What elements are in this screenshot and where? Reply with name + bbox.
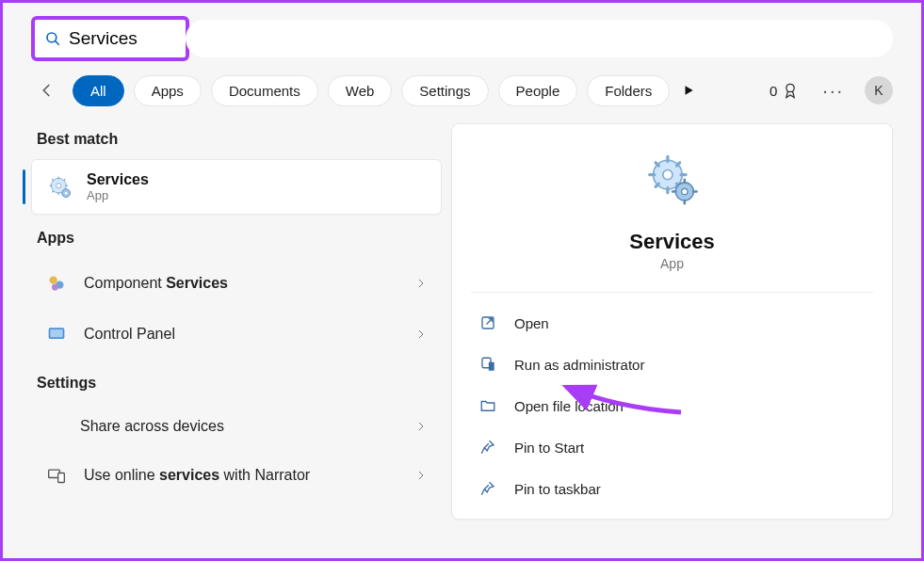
section-settings: Settings bbox=[37, 375, 442, 392]
services-gear-icon-large bbox=[642, 151, 703, 211]
chevron-right-icon bbox=[415, 329, 427, 340]
results-left-column: Best match Services App bbox=[3, 116, 451, 561]
svg-line-12 bbox=[64, 179, 66, 181]
search-bar-extension[interactable] bbox=[186, 20, 893, 57]
action-run-admin[interactable]: Run as administrator bbox=[471, 344, 873, 385]
svg-point-23 bbox=[662, 169, 672, 179]
tab-people[interactable]: People bbox=[498, 75, 578, 106]
open-external-icon bbox=[478, 313, 497, 332]
svg-line-31 bbox=[676, 163, 679, 166]
rewards-indicator[interactable]: 0 bbox=[770, 81, 800, 100]
svg-rect-21 bbox=[58, 473, 65, 483]
svg-point-33 bbox=[681, 188, 687, 194]
chevron-right-icon bbox=[415, 278, 427, 289]
action-label: Open file location bbox=[514, 398, 624, 414]
tab-web[interactable]: Web bbox=[328, 75, 393, 106]
detail-card: Services App Open Run as administra bbox=[451, 123, 893, 520]
action-open[interactable]: Open bbox=[471, 302, 873, 344]
action-label: Pin to Start bbox=[514, 440, 584, 456]
pin-icon bbox=[478, 479, 497, 498]
svg-point-14 bbox=[65, 191, 68, 194]
tab-settings[interactable]: Settings bbox=[401, 75, 488, 106]
action-label: Open bbox=[514, 315, 549, 331]
user-avatar[interactable]: K bbox=[865, 76, 893, 104]
more-options-button[interactable]: ··· bbox=[822, 80, 844, 102]
search-icon bbox=[44, 30, 61, 47]
settings-item-share-devices[interactable]: Share across devices bbox=[31, 403, 442, 450]
pin-icon bbox=[478, 438, 497, 457]
action-pin-start[interactable]: Pin to Start bbox=[471, 426, 873, 468]
svg-point-2 bbox=[786, 84, 794, 91]
app-item-label: Control Panel bbox=[84, 326, 415, 343]
search-row bbox=[3, 3, 921, 69]
more-tabs-button[interactable] bbox=[679, 84, 698, 97]
results-content: Best match Services App bbox=[3, 116, 921, 561]
svg-point-15 bbox=[50, 277, 57, 284]
app-item-label: Component Services bbox=[84, 275, 415, 292]
shield-icon bbox=[478, 355, 497, 374]
svg-line-9 bbox=[52, 179, 54, 181]
svg-point-4 bbox=[57, 183, 61, 187]
control-panel-icon bbox=[46, 324, 67, 345]
svg-rect-19 bbox=[50, 329, 62, 337]
settings-item-label: Share across devices bbox=[80, 418, 415, 435]
svg-point-0 bbox=[47, 33, 57, 42]
folder-icon bbox=[478, 396, 497, 415]
window-frame: All Apps Documents Web Settings People F… bbox=[0, 0, 924, 561]
detail-actions: Open Run as administrator Open file loca… bbox=[452, 293, 892, 519]
services-gear-icon bbox=[47, 174, 73, 200]
svg-line-1 bbox=[56, 41, 59, 45]
tab-all[interactable]: All bbox=[73, 75, 124, 106]
best-match-title: Services bbox=[87, 171, 149, 188]
search-highlight-box bbox=[31, 16, 189, 61]
section-apps: Apps bbox=[37, 230, 442, 247]
svg-line-28 bbox=[656, 163, 658, 166]
svg-point-17 bbox=[52, 284, 58, 291]
devices-icon bbox=[46, 465, 67, 486]
chevron-right-icon bbox=[415, 421, 427, 432]
search-box[interactable] bbox=[35, 20, 186, 57]
settings-item-label: Use online services with Narrator bbox=[84, 467, 415, 484]
app-item-control-panel[interactable]: Control Panel bbox=[31, 309, 442, 360]
detail-title: Services bbox=[452, 230, 892, 254]
chevron-right-icon bbox=[415, 470, 427, 481]
svg-line-11 bbox=[52, 190, 54, 192]
tab-apps[interactable]: Apps bbox=[134, 75, 202, 106]
detail-pane: Services App Open Run as administra bbox=[451, 116, 921, 561]
tab-folders[interactable]: Folders bbox=[587, 75, 670, 106]
tab-documents[interactable]: Documents bbox=[211, 75, 318, 106]
action-label: Pin to taskbar bbox=[514, 481, 601, 497]
filter-tabs-row: All Apps Documents Web Settings People F… bbox=[3, 69, 921, 116]
rewards-count: 0 bbox=[770, 83, 777, 99]
section-best-match: Best match bbox=[37, 131, 442, 148]
settings-item-narrator-services[interactable]: Use online services with Narrator bbox=[31, 450, 442, 501]
back-button[interactable] bbox=[31, 74, 63, 106]
action-label: Run as administrator bbox=[514, 357, 644, 373]
detail-subtitle: App bbox=[452, 256, 892, 271]
svg-line-30 bbox=[656, 184, 658, 186]
component-services-icon bbox=[46, 273, 67, 294]
medal-icon bbox=[781, 81, 800, 100]
search-input[interactable] bbox=[69, 28, 172, 49]
action-pin-taskbar[interactable]: Pin to taskbar bbox=[471, 468, 873, 509]
app-item-component-services[interactable]: Component Services bbox=[31, 258, 442, 309]
search-panel: All Apps Documents Web Settings People F… bbox=[3, 3, 921, 558]
action-open-file-location[interactable]: Open file location bbox=[471, 385, 873, 426]
best-match-subtitle: App bbox=[87, 188, 149, 202]
best-match-card[interactable]: Services App bbox=[31, 159, 442, 215]
